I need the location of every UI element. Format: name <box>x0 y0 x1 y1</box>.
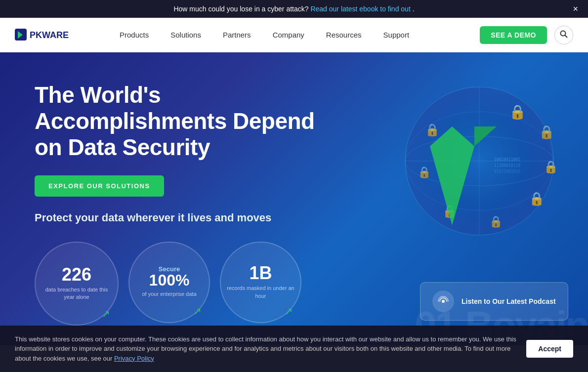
svg-text:PKWARE: PKWARE <box>30 30 69 40</box>
stat-bubble-1: 226 data breaches to date this year alon… <box>35 242 119 326</box>
logo[interactable]: PKWARE <box>15 26 79 43</box>
stat-number-3: 1B <box>249 264 272 282</box>
hero-content: The World's Accomplishments Depend on Da… <box>35 82 331 326</box>
stat-number-2b: 100% <box>149 272 190 288</box>
pkware-logo-image: PKWARE <box>15 26 79 43</box>
nav-actions: SEE A DEMO <box>480 26 573 44</box>
navbar: PKWARE Products Solutions Partners Compa… <box>0 18 588 52</box>
stat-bubble-3: 1B records masked in under an hour ↗ <box>220 242 301 323</box>
podcast-icon <box>432 290 454 312</box>
search-icon <box>560 30 568 40</box>
close-announcement-button[interactable]: × <box>573 4 578 14</box>
demo-button[interactable]: SEE A DEMO <box>480 26 547 44</box>
cookie-text: This website stores cookies on your comp… <box>15 334 516 364</box>
arrow-icon-3: ↗ <box>285 305 293 317</box>
hero-section: 🔒 🔒 🔒 🔒 🔒 🔒 🔒 🔒 10010011001 11100010110 … <box>0 52 588 345</box>
accept-cookies-button[interactable]: Accept <box>526 340 573 358</box>
podcast-label: Listen to Our Latest Podcast <box>462 297 556 305</box>
svg-text:🔒: 🔒 <box>489 215 503 228</box>
stats-row: 226 data breaches to date this year alon… <box>35 242 331 326</box>
svg-text:🔒: 🔒 <box>425 123 440 137</box>
podcast-banner[interactable]: Listen to Our Latest Podcast <box>420 282 568 321</box>
svg-text:🔒: 🔒 <box>544 160 558 174</box>
privacy-policy-link[interactable]: Privacy Policy <box>114 355 154 362</box>
svg-text:🔒: 🔒 <box>418 165 431 179</box>
svg-text:🔒: 🔒 <box>509 104 526 120</box>
stat-label-2: of your enterprise data <box>137 290 201 298</box>
nav-item-support[interactable]: Support <box>373 18 420 52</box>
svg-text:11100010110: 11100010110 <box>494 164 520 168</box>
search-button[interactable] <box>554 26 573 44</box>
nav-item-partners[interactable]: Partners <box>212 18 262 52</box>
stat-label-3: records masked in under an hour <box>221 285 300 300</box>
announcement-text: How much could you lose in a cyber attac… <box>173 5 308 13</box>
hero-title: The World's Accomplishments Depend on Da… <box>35 82 331 161</box>
announcement-bar: How much could you lose in a cyber attac… <box>0 0 588 18</box>
nav-item-resources[interactable]: Resources <box>315 18 373 52</box>
svg-line-4 <box>565 35 567 37</box>
nav-links: Products Solutions Partners Company Reso… <box>109 18 480 52</box>
arrow-icon-2: ↗ <box>193 305 202 317</box>
stat-label-1: data breaches to date this year alone <box>36 286 118 301</box>
arrow-icon-1: ↗ <box>102 308 110 320</box>
stat-number-1: 226 <box>62 266 91 284</box>
explore-solutions-button[interactable]: EXPLORE OUR SOLUTIONS <box>35 175 164 197</box>
svg-text:🔒: 🔒 <box>539 124 555 140</box>
svg-text:🔒: 🔒 <box>529 191 545 207</box>
svg-point-24 <box>442 300 445 303</box>
nav-item-company[interactable]: Company <box>262 18 315 52</box>
hero-subtitle: Protect your data wherever it lives and … <box>35 211 331 224</box>
cookie-banner: This website stores cookies on your comp… <box>0 326 588 372</box>
svg-text:10010011001: 10010011001 <box>494 158 520 162</box>
hero-graphic-sphere: 🔒 🔒 🔒 🔒 🔒 🔒 🔒 🔒 10010011001 11100010110 … <box>366 62 573 270</box>
nav-item-solutions[interactable]: Solutions <box>160 18 212 52</box>
svg-text:01011001010: 01011001010 <box>494 169 520 174</box>
stat-bubble-2: Secure 100% of your enterprise data ↗ <box>128 242 210 323</box>
announcement-link[interactable]: Read our latest ebook to find out <box>310 5 410 13</box>
nav-item-products[interactable]: Products <box>109 18 160 52</box>
